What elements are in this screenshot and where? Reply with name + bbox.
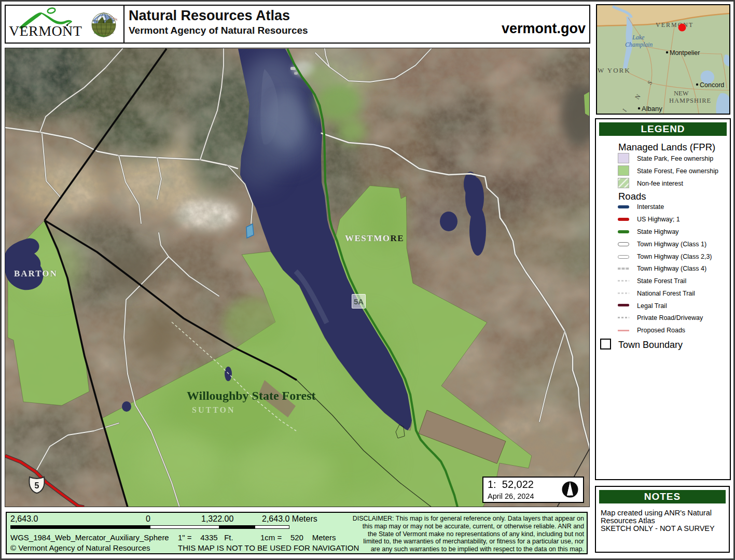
svg-text:Concord: Concord — [700, 81, 724, 89]
svg-text:VERMONT: VERMONT — [656, 21, 694, 29]
svg-text:5: 5 — [35, 481, 39, 490]
svg-text:W YORK: W YORK — [598, 66, 631, 74]
svg-text:Montpelier: Montpelier — [670, 49, 700, 57]
svg-text:Lake: Lake — [632, 34, 645, 41]
svg-text:Albany: Albany — [642, 105, 662, 113]
svg-text:HAMPSHIRE: HAMPSHIRE — [669, 97, 711, 104]
svg-text:Champlain: Champlain — [625, 41, 653, 48]
svg-text:NEW: NEW — [674, 90, 689, 97]
